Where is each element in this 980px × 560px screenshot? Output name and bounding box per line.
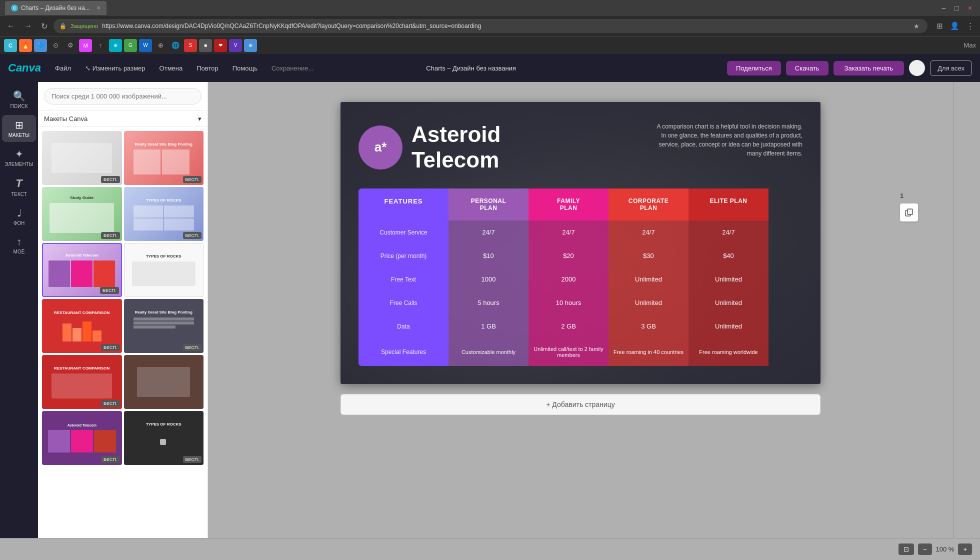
row3-family: 10 hours — [528, 291, 608, 314]
brand-logo: a* — [358, 126, 402, 170]
sidebar-item-search[interactable]: 🔍 ПОИСК — [2, 86, 36, 113]
brand-name: Asteroid Telecom — [412, 122, 500, 172]
sidebar-item-background[interactable]: ♩ ФОН — [2, 203, 36, 230]
chevron-down-icon: ▾ — [198, 115, 202, 122]
ext-icon-3[interactable]: ⊙ — [49, 39, 62, 52]
zoom-out-button[interactable]: – — [918, 544, 932, 555]
browser-chrome: C Charts – Дизайн без на... × – □ × — [0, 0, 980, 16]
user-icon[interactable]: 👤 — [948, 20, 962, 32]
ext-icon-12[interactable]: S — [184, 39, 197, 52]
download-button[interactable]: Скачать — [786, 61, 828, 76]
close-tab-icon[interactable]: × — [97, 4, 100, 12]
template-thumb-3[interactable]: Study Guide БЕСП. — [42, 187, 122, 241]
ext-icon-16[interactable]: ⊕ — [244, 39, 257, 52]
template-dropdown[interactable]: Макеты Canva ▾ — [38, 111, 208, 127]
browser-tab[interactable]: C Charts – Дизайн без на... × — [5, 1, 106, 15]
zoom-in-button[interactable]: + — [958, 544, 972, 555]
address-bar-icons: ★ — [912, 22, 922, 31]
add-page-button[interactable]: + Добавить страницу — [340, 394, 820, 415]
sidebar-item-templates[interactable]: ⊞ МАКЕТЫ — [2, 115, 36, 142]
menu-file[interactable]: Файл — [51, 62, 75, 74]
elements-icon: ✦ — [15, 148, 24, 160]
bookmark-icon[interactable]: ★ — [912, 22, 922, 31]
template-thumb-6[interactable]: TYPES OF ROCKS — [124, 243, 204, 297]
template-thumb-8[interactable]: Really Great Site Blog Posting БЕСП. — [124, 299, 204, 353]
forall-button[interactable]: Для всех — [930, 60, 972, 76]
minimize-button[interactable]: – — [939, 3, 949, 13]
row0-feature: Customer Service — [358, 220, 448, 244]
canva-logo[interactable]: Canva — [8, 62, 41, 74]
menu-undo[interactable]: Отмена — [156, 62, 187, 74]
ext-icon-7[interactable]: ⊕ — [109, 39, 122, 52]
text-icon: T — [16, 177, 22, 190]
row4-family: 2 GB — [528, 314, 608, 338]
extensions-icon[interactable]: ⊞ — [934, 20, 945, 32]
row1-corporate: $30 — [608, 244, 688, 268]
menu-redo[interactable]: Повтор — [192, 62, 222, 74]
ext-icon-1[interactable]: 🔥 — [19, 39, 32, 52]
settings-icon[interactable]: ⋮ — [964, 20, 976, 32]
template-thumb-1[interactable]: БЕСП. — [42, 131, 122, 185]
template-badge-9: БЕСП. — [101, 400, 120, 407]
template-thumb-11[interactable]: Asteroid Telecom БЕСП. — [42, 411, 122, 465]
canva-ext-icon[interactable]: C — [4, 39, 17, 52]
template-badge-1: БЕСП. — [101, 176, 120, 183]
menu-resize[interactable]: ⤡ Изменить размер — [81, 62, 150, 74]
template-thumb-9[interactable]: RESTAURANT COMPARISON БЕСП. — [42, 355, 122, 409]
ext-icon-5[interactable]: M — [79, 39, 92, 52]
resize-icon: ⤡ — [85, 64, 90, 72]
template-thumb-7[interactable]: RESTAURANT COMPARISON БЕСП. — [42, 299, 122, 353]
tab-favicon: C — [11, 4, 18, 12]
template-thumb-4[interactable]: TYPES OF ROCKS БЕСП. — [124, 187, 204, 241]
menu-help[interactable]: Помощь — [228, 62, 262, 74]
ext-icon-6[interactable]: ↑ — [94, 39, 107, 52]
ext-icon-11[interactable]: 🌐 — [169, 39, 182, 52]
template-thumb-2[interactable]: Really Great Site Blog Posting БЕСП. — [124, 131, 204, 185]
bottom-bar: ⊡ – 100 % + — [0, 538, 980, 560]
template-thumb-12[interactable]: TYPES OF ROCKS БЕСП. — [124, 411, 204, 465]
sidebar-item-uploads[interactable]: ↑ МОЁ — [2, 232, 36, 258]
comparison-table: FEATURES PERSONAL PLAN FAMILY PLAN CORPO… — [358, 188, 802, 366]
sidebar-item-text[interactable]: T ТЕКСТ — [2, 173, 36, 201]
search-input[interactable] — [44, 88, 202, 104]
row5-feature: Special Features — [358, 338, 448, 366]
refresh-button[interactable]: ↻ — [38, 20, 50, 32]
template-badge-11: БЕСП. — [101, 456, 120, 463]
brand-section: a* Asteroid Telecom — [358, 122, 500, 172]
close-button[interactable]: × — [965, 3, 975, 13]
template-badge-8: БЕСП. — [183, 344, 202, 351]
canvas-area[interactable]: a* Asteroid Telecom A comparison chart i… — [208, 82, 953, 538]
copy-page-button[interactable] — [900, 204, 918, 222]
uploads-icon: ↑ — [16, 236, 22, 248]
row5-elite: Free roaming worldwide — [688, 338, 768, 366]
print-button[interactable]: Заказать печать — [834, 61, 904, 76]
row0-family: 24/7 — [528, 220, 608, 244]
brand-description: A comparison chart is a helpful tool in … — [652, 122, 802, 158]
ext-icon-14[interactable]: ❤ — [214, 39, 227, 52]
share-button[interactable]: Поделиться — [727, 61, 781, 76]
ext-icon-13[interactable]: ■ — [199, 39, 212, 52]
ext-icon-10[interactable]: ⊕ — [154, 39, 167, 52]
template-thumb-10[interactable] — [124, 355, 204, 409]
sidebar-item-elements[interactable]: ✦ ЭЛЕМЕНТЫ — [2, 144, 36, 171]
ext-icon-9[interactable]: W — [139, 39, 152, 52]
ext-icon-8[interactable]: G — [124, 39, 137, 52]
row5-personal: Customizable monthly — [448, 338, 528, 366]
ext-icon-15[interactable]: V — [229, 39, 242, 52]
back-button[interactable]: ← — [4, 20, 18, 32]
design-title: Charts – Дизайн без названия — [426, 64, 516, 72]
user-name: Max — [964, 42, 976, 49]
maximize-button[interactable]: □ — [952, 3, 962, 13]
template-badge-12: БЕСП. — [183, 456, 202, 463]
page-number: 1 — [900, 192, 918, 200]
present-button[interactable]: ⊡ — [898, 544, 914, 555]
template-thumb-5[interactable]: Asteroid Telecom БЕСП. — [42, 243, 122, 297]
forward-button[interactable]: → — [21, 20, 35, 32]
ext-icon-2[interactable]: 🔷 — [34, 39, 47, 52]
row1-personal: $10 — [448, 244, 528, 268]
row1-elite: $40 — [688, 244, 768, 268]
row2-corporate: Unlimited — [608, 268, 688, 291]
user-avatar[interactable] — [909, 60, 925, 76]
address-bar[interactable]: 🔒 Защищено https://www.canva.com/design/… — [54, 19, 928, 33]
ext-icon-4[interactable]: ⚙ — [64, 39, 77, 52]
